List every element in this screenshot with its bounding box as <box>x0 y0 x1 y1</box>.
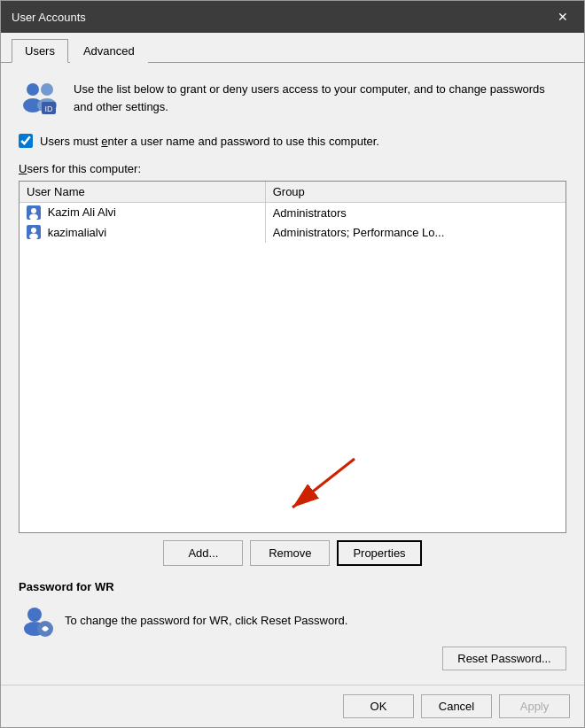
user-name-cell: kazimalialvi <box>20 223 265 244</box>
user-row-icon <box>27 205 41 220</box>
dialog-title: User Accounts <box>12 11 86 24</box>
info-text: Use the list below to grant or deny user… <box>74 77 566 115</box>
password-row: To change the password for WR, click Res… <box>19 602 566 638</box>
col-header-group: Group <box>265 182 566 203</box>
svg-point-0 <box>27 83 39 96</box>
password-icon <box>19 602 54 638</box>
svg-text:ID: ID <box>45 105 54 113</box>
password-section-title: Password for WR <box>19 580 566 593</box>
user-group-cell: Administrators <box>265 203 566 223</box>
user-row-icon <box>27 225 41 239</box>
ok-button[interactable]: OK <box>343 694 414 718</box>
title-bar: User Accounts ✕ <box>1 1 584 33</box>
dialog-content: ID Use the list below to grant or deny u… <box>1 63 584 685</box>
password-btn-row: Reset Password... <box>19 647 566 670</box>
add-button[interactable]: Add... <box>163 540 243 566</box>
dialog-footer: OK Cancel Apply <box>1 685 584 727</box>
red-arrow-indicator <box>266 450 372 523</box>
svg-point-2 <box>41 83 53 96</box>
table-row[interactable]: Kazim Ali Alvi Administrators <box>20 203 566 223</box>
tab-bar: Users Advanced <box>1 33 584 63</box>
users-icon: ID <box>19 77 61 120</box>
svg-point-10 <box>31 228 36 233</box>
users-svg-icon: ID <box>19 77 61 120</box>
close-button[interactable]: ✕ <box>552 6 573 27</box>
password-section: Password for WR To change the password f… <box>19 580 566 670</box>
svg-line-13 <box>292 459 355 507</box>
checkbox-label[interactable]: Users must enter a user name and passwor… <box>40 135 379 148</box>
remove-button[interactable]: Remove <box>250 540 330 566</box>
users-section-label: Users for this computer: <box>19 162 566 175</box>
user-group-cell: Administrators; Performance Lo... <box>265 223 566 244</box>
properties-button[interactable]: Properties <box>337 540 421 566</box>
tab-advanced[interactable]: Advanced <box>70 39 148 63</box>
svg-point-14 <box>27 608 42 622</box>
svg-point-7 <box>31 208 36 213</box>
user-name-cell: Kazim Ali Alvi <box>20 203 265 223</box>
checkbox-row: Users must enter a user name and passwor… <box>19 134 566 148</box>
user-accounts-dialog: User Accounts ✕ Users Advanced <box>0 0 585 728</box>
table-row[interactable]: kazimalialvi Administrators; Performance… <box>20 223 566 244</box>
user-table: User Name Group Kazim Ali Alvi <box>20 182 566 243</box>
col-header-username: User Name <box>20 182 265 203</box>
must-enter-password-checkbox[interactable] <box>19 134 33 148</box>
password-text: To change the password for WR, click Res… <box>65 614 566 627</box>
tab-users[interactable]: Users <box>12 39 68 63</box>
apply-button[interactable]: Apply <box>499 694 570 718</box>
reset-password-button[interactable]: Reset Password... <box>442 647 566 670</box>
action-buttons-row: Add... Remove Properties <box>19 540 566 566</box>
cancel-button[interactable]: Cancel <box>421 694 492 718</box>
info-section: ID Use the list below to grant or deny u… <box>19 77 566 120</box>
user-table-container: User Name Group Kazim Ali Alvi <box>19 181 566 533</box>
